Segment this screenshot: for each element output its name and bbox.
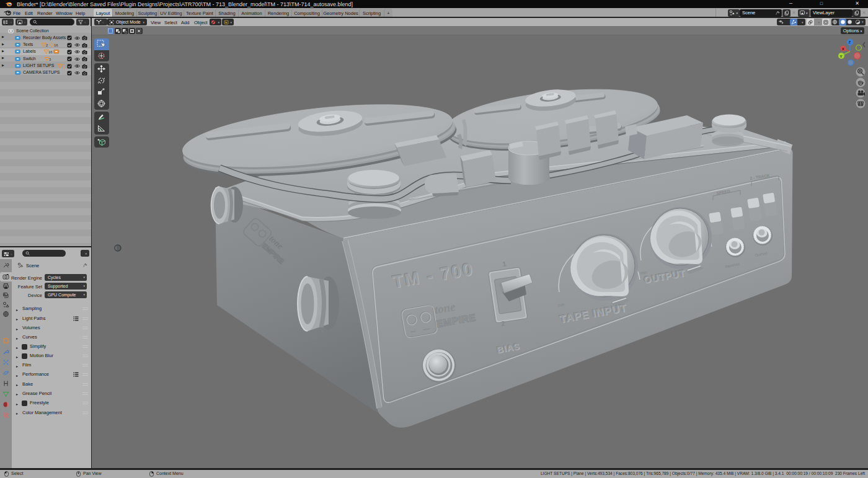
svg-text:Z: Z xyxy=(849,40,851,44)
svg-text:Y: Y xyxy=(840,55,843,58)
svg-text:X: X xyxy=(842,47,844,51)
